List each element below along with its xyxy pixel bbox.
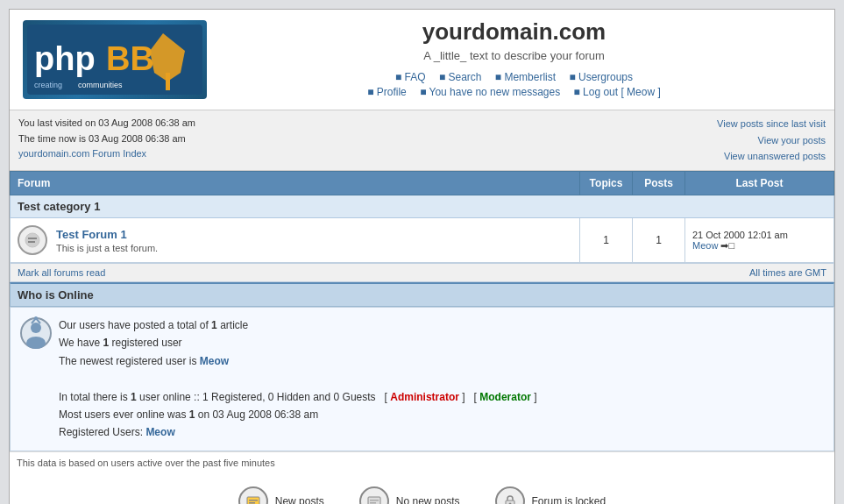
svg-point-15	[34, 316, 38, 320]
bottom-bar: Mark all forums read All times are GMT	[10, 263, 834, 282]
nav-row2: ■ Profile ■ You have no new messages ■ L…	[207, 86, 821, 98]
messages-link[interactable]: ■ You have no new messages	[420, 86, 560, 98]
online-title: Who is Online	[18, 288, 94, 302]
online-total: 1	[131, 391, 137, 403]
col-forum: Forum	[11, 172, 580, 195]
svg-point-11	[31, 323, 41, 333]
mark-all-read-link[interactable]: Mark all forums read	[18, 267, 105, 278]
forum-info: Test Forum 1 This is just a test forum.	[18, 225, 572, 255]
forum-topics-count: 1	[580, 218, 633, 263]
online-section-header: Who is Online	[10, 282, 834, 307]
svg-text:BB: BB	[106, 40, 154, 77]
col-posts: Posts	[633, 172, 685, 195]
data-note: This data is based on users active over …	[10, 451, 834, 473]
site-tagline: A _little_ text to describe your forum	[207, 49, 821, 62]
new-posts-label: New posts	[275, 495, 324, 504]
table-header-row: Forum Topics Posts Last Post	[11, 172, 834, 195]
last-post-user: Meow ➡□	[692, 240, 826, 252]
svg-text:communities: communities	[78, 81, 123, 89]
registered-count: 1	[103, 337, 109, 349]
col-topics: Topics	[580, 172, 633, 195]
svg-rect-18	[249, 502, 255, 504]
svg-rect-20	[370, 500, 379, 501]
max-online-line: Most users ever online was 1 on 03 Aug 2…	[59, 406, 825, 423]
view-your-posts-link[interactable]: View your posts	[758, 135, 826, 146]
forum-table: Forum Topics Posts Last Post Test catego…	[10, 171, 834, 263]
forum-posts-count: 1	[633, 218, 685, 263]
last-post-info: 21 Oct 2000 12:01 am Meow ➡□	[692, 230, 826, 252]
usergroups-link[interactable]: ■ Usergroups	[569, 71, 633, 83]
newest-user-link[interactable]: Meow	[200, 355, 229, 367]
footer-icons: New posts No new posts	[10, 473, 834, 504]
table-row: Test Forum 1 This is just a test forum. …	[11, 218, 834, 263]
registered-users-line: Registered Users: Meow	[59, 423, 825, 441]
forum-locked-icon	[495, 486, 525, 504]
forum-locked-label: Forum is locked	[532, 495, 606, 504]
view-links: View posts since last visit View your po…	[717, 116, 826, 165]
svg-rect-17	[249, 500, 258, 501]
svg-rect-8	[28, 238, 37, 239]
faq-link[interactable]: ■ FAQ	[395, 71, 426, 83]
category-row: Test category 1	[11, 195, 834, 218]
site-header: php BB creating communities yourdomain.c…	[10, 10, 834, 110]
no-new-posts-icon	[359, 486, 389, 504]
memberlist-link[interactable]: ■ Memberlist	[495, 71, 556, 83]
last-post-user-link[interactable]: Meow	[692, 240, 718, 251]
svg-text:php: php	[34, 40, 96, 77]
svg-rect-21	[370, 502, 376, 504]
no-new-posts-item: No new posts	[359, 486, 460, 504]
max-users: 1	[189, 408, 195, 421]
site-domain: yourdomain.com	[207, 18, 821, 46]
logout-link[interactable]: ■ Log out [ Meow ]	[574, 86, 661, 98]
svg-text:creating: creating	[34, 81, 62, 89]
new-posts-icon	[238, 486, 268, 504]
online-text: Our users have posted a total of 1 artic…	[59, 316, 825, 442]
breadcrumb-link[interactable]: yourdomain.com Forum Index	[18, 148, 146, 159]
view-since-last-link[interactable]: View posts since last visit	[717, 118, 826, 129]
forum-details: Test Forum 1 This is just a test forum.	[56, 228, 158, 253]
forum-last-post: 21 Oct 2000 12:01 am Meow ➡□	[685, 218, 834, 263]
registered-user-link[interactable]: Meow	[145, 426, 174, 438]
info-bar: You last visited on 03 Aug 2008 06:38 am…	[10, 110, 834, 171]
last-post-date: 21 Oct 2000 12:01 am	[692, 230, 826, 240]
post-total-line: Our users have posted a total of 1 artic…	[59, 316, 825, 334]
logo: php BB creating communities	[23, 20, 207, 99]
profile-link[interactable]: ■ Profile	[367, 86, 407, 98]
col-lastpost: Last Post	[685, 172, 834, 195]
no-new-posts-label: No new posts	[396, 495, 460, 504]
newest-user-line: The newest registered user is Meow	[59, 352, 825, 370]
svg-point-7	[25, 233, 39, 247]
total-articles: 1	[211, 319, 217, 331]
header-title-block: yourdomain.com A _little_ text to descri…	[207, 18, 821, 101]
online-icon	[19, 316, 53, 350]
forum-info-cell: Test Forum 1 This is just a test forum.	[11, 218, 580, 263]
online-box: Our users have posted a total of 1 artic…	[10, 307, 834, 451]
forum-name-link[interactable]: Test Forum 1	[56, 228, 127, 241]
forum-icon	[18, 225, 47, 255]
current-time-text: The time now is 03 Aug 2008 06:38 am	[18, 131, 195, 147]
svg-rect-9	[28, 241, 35, 243]
user-count-line: We have 1 registered user	[59, 334, 825, 351]
forum-locked-item: Forum is locked	[495, 486, 606, 504]
search-link[interactable]: ■ Search	[439, 71, 482, 83]
forum-description: This is just a test forum.	[56, 243, 158, 253]
visit-info: You last visited on 03 Aug 2008 06:38 am…	[18, 116, 195, 162]
timezone-text: All times are GMT	[749, 267, 826, 278]
administrator-link[interactable]: Administrator	[390, 391, 459, 403]
view-unanswered-link[interactable]: View unanswered posts	[724, 151, 826, 161]
new-posts-item: New posts	[238, 486, 324, 504]
svg-rect-4	[166, 73, 170, 90]
nav-links: ■ FAQ ■ Search ■ Memberlist ■ Usergroups…	[207, 71, 821, 98]
category-name: Test category 1	[11, 195, 834, 218]
svg-point-12	[26, 337, 46, 349]
last-visit-text: You last visited on 03 Aug 2008 06:38 am	[18, 116, 195, 131]
moderator-link[interactable]: Moderator	[479, 391, 531, 403]
online-count-line: In total there is 1 user online :: 1 Reg…	[59, 388, 825, 406]
nav-row1: ■ FAQ ■ Search ■ Memberlist ■ Usergroups	[207, 71, 821, 83]
